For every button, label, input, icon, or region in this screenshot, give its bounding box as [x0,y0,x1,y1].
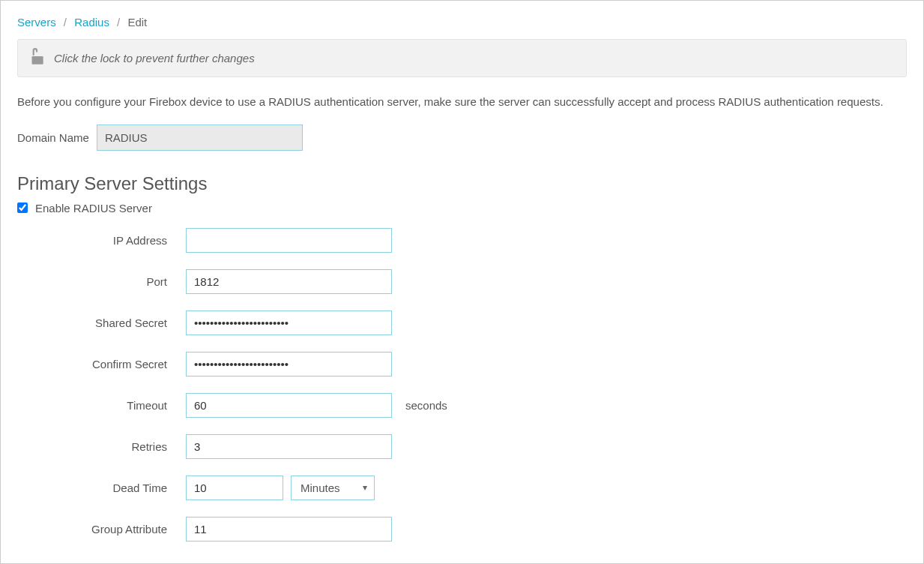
dead-time-unit-select[interactable]: Minutes [291,476,375,500]
confirm-secret-row: Confirm Secret [17,352,907,376]
enable-radius-row: Enable RADIUS Server [17,202,907,214]
group-attribute-row: Group Attribute [17,517,907,542]
ip-address-label: IP Address [17,234,186,247]
lock-banner-text: Click the lock to prevent further change… [54,52,255,64]
retries-row: Retries [17,434,907,459]
breadcrumb-current: Edit [127,16,147,28]
dead-time-row: Dead Time Minutes [17,476,907,500]
port-label: Port [17,275,186,288]
dead-time-input[interactable] [186,476,283,500]
breadcrumb: Servers / Radius / Edit [17,16,907,28]
ip-address-input[interactable] [186,228,392,253]
svg-rect-0 [32,56,43,64]
breadcrumb-link-servers[interactable]: Servers [17,16,56,28]
enable-radius-checkbox[interactable] [17,202,28,213]
timeout-label: Timeout [17,399,186,412]
confirm-secret-input[interactable] [186,352,392,376]
port-row: Port [17,269,907,294]
enable-radius-label: Enable RADIUS Server [35,202,152,214]
shared-secret-input[interactable] [186,310,392,335]
section-title: Primary Server Settings [17,173,907,194]
lock-banner: Click the lock to prevent further change… [17,39,907,77]
shared-secret-label: Shared Secret [17,316,186,329]
timeout-row: Timeout seconds [17,393,907,418]
confirm-secret-label: Confirm Secret [17,358,186,370]
shared-secret-row: Shared Secret [17,310,907,335]
domain-name-input [97,124,303,151]
retries-label: Retries [17,440,186,453]
group-attribute-input[interactable] [186,517,392,542]
retries-input[interactable] [186,434,392,459]
domain-name-row: Domain Name [17,124,907,151]
breadcrumb-separator: / [117,16,120,28]
unlock-icon[interactable] [27,47,46,69]
ip-address-row: IP Address [17,228,907,253]
port-input[interactable] [186,269,392,294]
breadcrumb-link-radius[interactable]: Radius [74,16,109,28]
timeout-input[interactable] [186,393,392,418]
dead-time-label: Dead Time [17,482,186,494]
domain-name-label: Domain Name [17,131,89,144]
intro-text: Before you configure your Firebox device… [17,94,907,111]
group-attribute-label: Group Attribute [17,523,186,536]
dead-time-unit-wrap: Minutes [291,476,375,500]
timeout-suffix: seconds [405,399,447,412]
breadcrumb-separator: / [64,16,67,28]
